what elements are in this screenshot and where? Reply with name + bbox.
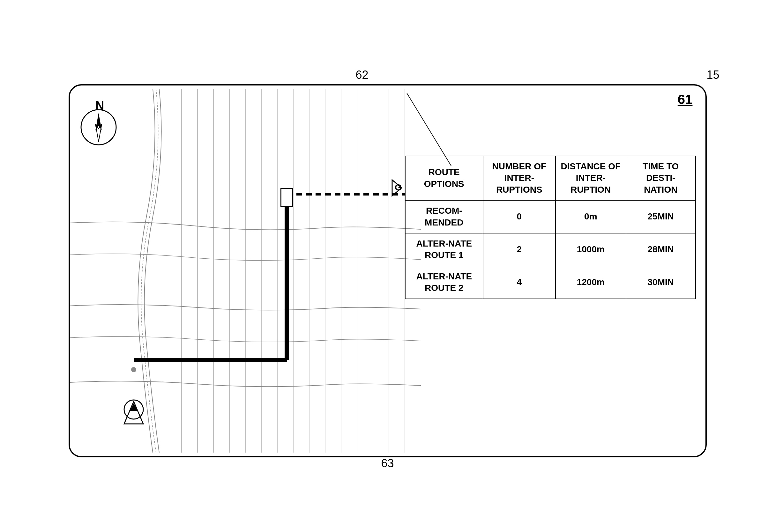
header-time: TIME TO DESTI-NATION (626, 156, 695, 200)
table-row: ALTER-NATE ROUTE 1 2 1000m 28MIN (405, 233, 696, 266)
header-route: ROUTE OPTIONS (405, 156, 484, 200)
header-distance: DISTANCE OF INTER-RUPTION (556, 156, 626, 200)
distance-alt2: 1200m (556, 266, 626, 299)
outer-container: 62 15 63 61 (37, 43, 739, 489)
route-options-table: ROUTE OPTIONS NUMBER OF INTER-RUPTIONS D… (405, 156, 696, 299)
route-table-container: ROUTE OPTIONS NUMBER OF INTER-RUPTIONS D… (405, 156, 696, 299)
panel-label: 61 (678, 92, 693, 107)
ref-15-label: 15 (706, 68, 719, 82)
table-row: RECOM-MENDED 0 0m 25MIN (405, 200, 696, 233)
map-svg: G N (70, 85, 421, 456)
distance-alt1: 1000m (556, 233, 626, 266)
svg-text:G: G (395, 182, 402, 192)
interruptions-alt1: 2 (483, 233, 555, 266)
svg-rect-20 (281, 189, 292, 206)
table-row: ALTER-NATE ROUTE 2 4 1200m 30MIN (405, 266, 696, 299)
time-alt1: 28MIN (626, 233, 695, 266)
interruptions-recommended: 0 (483, 200, 555, 233)
time-recommended: 25MIN (626, 200, 695, 233)
svg-point-21 (131, 367, 136, 372)
route-name-recommended: RECOM-MENDED (405, 200, 484, 233)
display-panel: 61 (69, 84, 707, 457)
header-interruptions: NUMBER OF INTER-RUPTIONS (483, 156, 555, 200)
interruptions-alt2: 4 (483, 266, 555, 299)
route-name-alt1: ALTER-NATE ROUTE 1 (405, 233, 484, 266)
distance-recommended: 0m (556, 200, 626, 233)
ref-62-label: 62 (356, 68, 368, 82)
ref-63-label: 63 (381, 457, 394, 470)
route-name-alt2: ALTER-NATE ROUTE 2 (405, 266, 484, 299)
time-alt2: 30MIN (626, 266, 695, 299)
